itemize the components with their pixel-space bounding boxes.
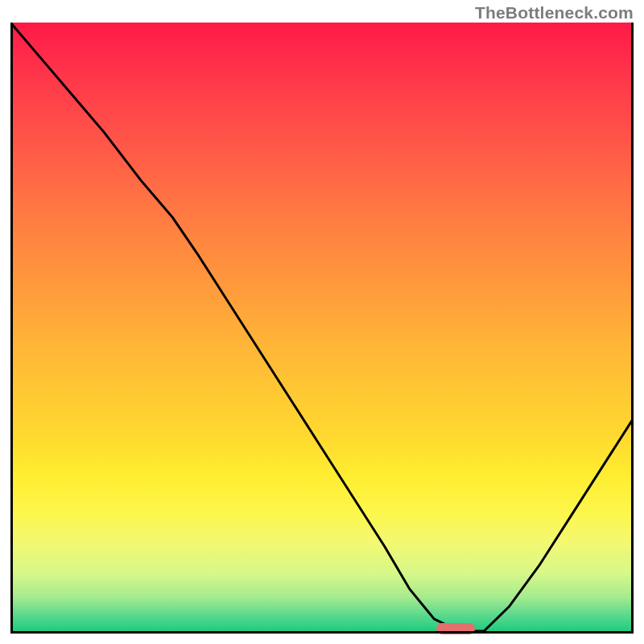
watermark-text: TheBottleneck.com (475, 3, 634, 23)
bottleneck-curve (10, 23, 634, 634)
optimal-range-marker (436, 623, 475, 634)
chart-frame (10, 23, 634, 634)
